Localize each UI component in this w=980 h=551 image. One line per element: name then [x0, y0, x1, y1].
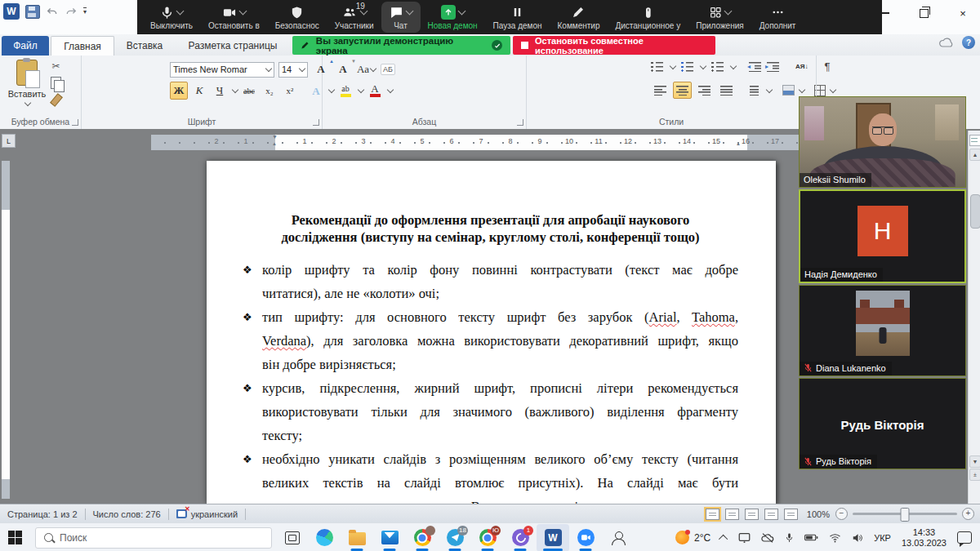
superscript-button[interactable]: x² [281, 82, 299, 100]
stop-sharing-button[interactable]: Остановить совместное использование [513, 36, 715, 55]
font-dialog-launcher[interactable] [313, 119, 319, 126]
taskbar-telegram[interactable]: 18 [439, 524, 471, 551]
sync-cloud-icon[interactable] [939, 38, 954, 48]
qat-customize-icon[interactable]: ▾ [83, 7, 87, 16]
taskbar-zoom[interactable] [569, 524, 602, 551]
taskbar-explorer[interactable] [341, 524, 373, 551]
mute-button[interactable]: Выключить [150, 4, 193, 30]
italic-button[interactable]: К [190, 82, 208, 100]
apps-button[interactable]: Приложения [696, 4, 744, 30]
vertical-ruler[interactable] [2, 161, 10, 499]
tab-file[interactable]: Файл [2, 36, 49, 56]
underline-chevron[interactable] [232, 87, 238, 93]
web-layout-view-icon[interactable] [745, 509, 759, 520]
paste-chevron[interactable] [24, 100, 31, 106]
document-page[interactable]: Рекомендації до оформлення презентації д… [207, 161, 776, 504]
cut-icon[interactable]: ✂ [51, 60, 60, 72]
tray-overflow-chevron[interactable] [719, 534, 728, 543]
speaker-icon[interactable] [852, 533, 863, 543]
annotate-button[interactable]: Комментир [558, 4, 600, 30]
clock[interactable]: 14:33 13.03.2023 [902, 527, 947, 549]
remote-control-button[interactable]: Дистанционное у [615, 4, 680, 30]
tab-selector[interactable]: L [2, 134, 16, 148]
redo-icon[interactable] [65, 6, 78, 17]
format-painter-icon[interactable] [50, 93, 63, 107]
participant-tile-nadiia[interactable]: Н Надія Демиденко [799, 189, 966, 282]
tab-home[interactable]: Главная [51, 36, 114, 56]
video-options-chevron[interactable] [238, 7, 247, 15]
scroll-up-icon[interactable]: ▲ [969, 149, 980, 161]
participant-tile-oleksii[interactable]: Oleksii Shumilo [799, 96, 966, 188]
microphone-tray-icon[interactable] [785, 532, 794, 544]
tab-insert[interactable]: Вставка [116, 36, 173, 56]
scroll-down-icon[interactable]: ▼ [969, 455, 980, 468]
draft-view-icon[interactable] [784, 509, 798, 520]
paragraph-dialog-launcher[interactable] [517, 119, 523, 126]
participants-button[interactable]: 19 Участники [335, 4, 374, 30]
security-button[interactable]: Безопаснос [275, 4, 319, 30]
pause-share-button[interactable]: Пауза демон [493, 4, 542, 30]
vertical-scrollbar[interactable]: ▲ ▼ ± [968, 131, 980, 504]
strikethrough-button[interactable]: abc [240, 82, 258, 100]
zoom-level[interactable]: 100% [807, 509, 830, 519]
paste-button[interactable]: Вставить [8, 60, 46, 118]
save-icon[interactable] [25, 5, 40, 19]
word-count[interactable]: Число слов: 276 [86, 504, 168, 523]
taskbar-search-input[interactable]: Поиск [35, 527, 272, 549]
chat-chevron[interactable] [405, 7, 413, 15]
zoom-slider-track[interactable] [853, 513, 957, 515]
cast-screen-icon[interactable] [738, 532, 751, 543]
language-indicator[interactable]: УКР [874, 533, 891, 543]
taskbar-chrome[interactable] [406, 524, 439, 551]
onedrive-paused-icon[interactable] [761, 533, 774, 543]
participant-tile-diana[interactable]: Diana Lukanenko [799, 285, 966, 376]
tab-page-layout[interactable]: Разметка страницы [175, 36, 291, 56]
task-view-button[interactable] [285, 531, 300, 544]
apps-chevron[interactable] [724, 7, 733, 15]
bold-button[interactable]: Ж [170, 82, 188, 100]
scrollbar-thumb[interactable] [970, 194, 980, 229]
outline-view-icon[interactable] [764, 509, 778, 520]
notification-center-icon[interactable] [957, 531, 972, 544]
right-indent-marker[interactable]: ▲ [736, 141, 741, 146]
browse-object-icon[interactable]: ± [969, 469, 980, 481]
stop-video-button[interactable]: Остановить в [208, 4, 260, 30]
zoom-slider-thumb[interactable] [901, 508, 910, 522]
taskbar-word[interactable]: W [537, 524, 569, 551]
taskbar-people[interactable] [602, 524, 635, 551]
print-layout-view-icon[interactable] [706, 509, 719, 520]
more-button[interactable]: Дополнит [760, 4, 796, 30]
taskbar-edge[interactable] [308, 524, 341, 551]
taskbar-chrome-profile[interactable]: Ю [471, 524, 504, 551]
start-button[interactable] [8, 531, 22, 544]
ruler-toggle-icon[interactable] [969, 135, 980, 146]
subscript-button[interactable]: x₂ [261, 82, 278, 100]
taskbar-viber[interactable]: 1 [504, 524, 537, 551]
font-size-select[interactable]: 14 [278, 62, 308, 78]
hanging-indent-marker[interactable]: ▲ [272, 141, 277, 146]
zoom-in-button[interactable]: + [962, 508, 974, 520]
wifi-icon[interactable] [829, 533, 841, 543]
page-indicator[interactable]: Страница: 1 из 2 [0, 504, 85, 523]
undo-icon[interactable] [46, 6, 59, 17]
first-line-indent-marker[interactable]: ▼ [272, 134, 278, 140]
close-button[interactable]: × [952, 5, 973, 21]
weather-widget[interactable]: 2°C [675, 531, 710, 544]
chat-button[interactable]: Чат [381, 2, 421, 33]
battery-icon[interactable] [804, 533, 818, 542]
zoom-out-button[interactable]: − [835, 508, 848, 520]
horizontal-ruler[interactable]: 211234567891011121314151617 ▼ ▲ ▲ [151, 135, 800, 150]
restore-button[interactable] [913, 5, 934, 21]
share-chevron[interactable] [457, 7, 466, 15]
copy-icon[interactable] [51, 77, 61, 89]
mute-options-chevron[interactable] [176, 7, 185, 15]
reading-view-icon[interactable] [725, 509, 739, 520]
font-name-select[interactable]: Times New Romar [170, 62, 274, 78]
new-share-button[interactable]: Новая демон [428, 4, 478, 30]
underline-button[interactable]: Ч [211, 82, 229, 100]
spellcheck-status[interactable]: украинский [169, 504, 245, 523]
participant-tile-rud[interactable]: Рудь Вікторія Рудь Вікторія [799, 378, 966, 469]
help-icon[interactable]: ? [962, 36, 975, 49]
taskbar-mail[interactable] [373, 524, 406, 551]
clipboard-dialog-launcher[interactable] [72, 119, 78, 126]
